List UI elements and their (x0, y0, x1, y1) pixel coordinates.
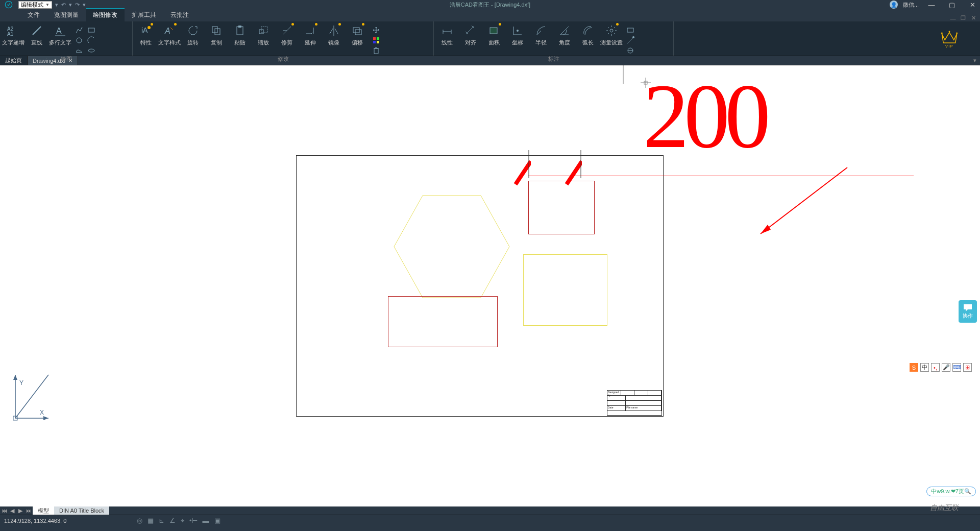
svg-point-28 (632, 36, 634, 38)
model-tab[interactable]: 模型 (33, 506, 54, 515)
collaboration-button[interactable]: 协作 (959, 300, 977, 323)
btn-dim-angle[interactable]: 角度 (554, 23, 575, 46)
dim-tool-2-icon[interactable] (625, 36, 636, 45)
btn-trim[interactable]: 修剪 (277, 23, 297, 46)
layout-prev-icon[interactable]: ◀ (8, 508, 16, 514)
qat-dropdown-icon[interactable]: ▾ (55, 2, 58, 8)
layout-first-icon[interactable]: ⏮ (0, 508, 8, 514)
btn-line[interactable]: 直线 (27, 23, 47, 46)
btn-mtext[interactable]: A 多行文字 (50, 23, 70, 46)
btn-text-increment[interactable]: A2A1 文字递增 (3, 23, 23, 46)
dim-tool-1-icon[interactable] (625, 26, 636, 35)
delete-icon[interactable] (371, 46, 382, 55)
move-icon[interactable] (371, 26, 382, 35)
btn-dim-aligned[interactable]: 对齐 (460, 23, 481, 46)
sb-track-icon[interactable]: •⊢ (189, 517, 198, 525)
app-logo-icon[interactable] (0, 0, 17, 9)
ime-lang[interactable]: 中 (920, 363, 929, 372)
sb-osnap-icon[interactable]: ⌖ (181, 517, 184, 525)
ime-keyboard-icon[interactable]: ⌨ (952, 363, 961, 372)
draw-small-tools (74, 23, 97, 55)
svg-line-37 (761, 167, 847, 234)
ime-grid-icon[interactable]: ⊞ (963, 363, 972, 372)
btn-offset[interactable]: 偏移 (347, 23, 368, 46)
sub-restore-icon[interactable]: ❐ (959, 15, 968, 21)
mode-select[interactable]: 编辑模式 (18, 1, 52, 9)
rect-icon[interactable] (86, 26, 97, 35)
layout-last-icon[interactable]: ⏭ (24, 508, 33, 514)
sb-polar-icon[interactable]: ∠ (169, 517, 176, 525)
svg-marker-47 (43, 416, 48, 420)
ime-toolbar: S 中 •, 🎤 ⌨ ⊞ (910, 363, 972, 372)
svg-rect-21 (377, 37, 379, 40)
btn-paste[interactable]: 粘贴 (230, 23, 250, 46)
vip-badge[interactable]: VIP (919, 21, 980, 56)
layout-next-icon[interactable]: ▶ (16, 508, 24, 514)
btn-mirror[interactable]: 镜像 (324, 23, 344, 46)
cloud-icon[interactable] (74, 46, 85, 55)
layout-tab-din-a0[interactable]: DIN A0 Title Block (54, 506, 109, 515)
btn-dim-linear[interactable]: 线性 (437, 23, 457, 46)
sb-lineweight-icon[interactable]: ▬ (203, 517, 209, 525)
title-block: Designed by DateFile name (607, 390, 662, 416)
sb-model-icon[interactable]: ▣ (214, 517, 220, 525)
qat-undo-icon[interactable]: ↶ (61, 2, 66, 8)
dim-radius-icon (534, 23, 548, 38)
btn-dim-arc[interactable]: 弧长 (578, 23, 598, 46)
sb-ortho-icon[interactable]: ⊾ (159, 517, 164, 525)
close-button[interactable]: ✕ (965, 0, 980, 9)
btn-properties[interactable]: iA 特性 (136, 23, 156, 46)
sub-minimize-icon[interactable]: — (948, 15, 958, 21)
sb-grid-icon[interactable]: ▦ (148, 517, 154, 525)
group-label-dimension: 标注 (434, 55, 673, 64)
ime-logo[interactable]: S (910, 363, 918, 372)
color-icon[interactable] (371, 36, 382, 45)
svg-marker-38 (761, 225, 771, 234)
svg-rect-24 (490, 28, 497, 34)
menu-tab-view-measure[interactable]: 览图测量 (47, 9, 86, 21)
maximize-button[interactable]: ▢ (944, 0, 960, 9)
btn-extend[interactable]: 延伸 (300, 23, 321, 46)
dim-tool-3-icon[interactable] (625, 46, 636, 55)
minimize-button[interactable]: — (924, 0, 939, 9)
menu-tab-extensions[interactable]: 扩展工具 (125, 9, 163, 21)
share-wechat[interactable]: 微信... (903, 1, 919, 9)
btn-dim-radius[interactable]: 半径 (531, 23, 551, 46)
ime-punct[interactable]: •, (931, 363, 940, 372)
btn-text-style[interactable]: A 文字样式 (159, 23, 180, 46)
btn-dim-area[interactable]: 面积 (484, 23, 504, 46)
menu-tab-cloud-annotate[interactable]: 云批注 (163, 9, 196, 21)
menu-tab-file[interactable]: 文件 (20, 9, 47, 21)
copy-icon (209, 23, 224, 38)
menu-tab-draw-modify[interactable]: 绘图修改 (86, 8, 125, 21)
qat-redo-icon[interactable]: ↷ (75, 2, 80, 8)
qat-undo-drop-icon[interactable]: ▾ (69, 2, 72, 8)
btn-copy[interactable]: 复制 (206, 23, 227, 46)
menu-bar: 文件 览图测量 绘图修改 扩展工具 云批注 — ❐ ✕ (0, 9, 980, 21)
arc-icon[interactable] (86, 36, 97, 45)
ime-voice-icon[interactable]: 🎤 (942, 363, 950, 372)
text-increment-icon: A2A1 (6, 23, 20, 38)
btn-rotate[interactable]: 旋转 (183, 23, 203, 46)
doctabs-dropdown-icon[interactable]: ▾ (970, 57, 980, 64)
btn-dim-ordinate[interactable]: 坐标 (507, 23, 528, 46)
sub-close-icon[interactable]: ✕ (969, 15, 978, 21)
ellipse-icon[interactable] (86, 46, 97, 55)
dim-area-icon (487, 23, 501, 38)
quick-access-toolbar: ▾ ↶ ▾ ↷ ▾ (55, 2, 86, 8)
btn-scale[interactable]: 缩放 (253, 23, 274, 46)
svg-rect-6 (88, 28, 94, 32)
drawing-canvas[interactable]: Designed by DateFile name 200 Y X (0, 65, 980, 506)
ribbon: A2A1 文字递增 直线 A 多行文字 绘图 (0, 21, 980, 56)
dim-aligned-icon (463, 23, 478, 38)
svg-point-30 (941, 32, 943, 34)
polyline-icon[interactable] (74, 26, 85, 35)
btn-measure-settings[interactable]: 测量设置 (601, 23, 622, 46)
svg-text:iA: iA (141, 26, 148, 34)
sb-snap-icon[interactable]: ◎ (137, 517, 142, 525)
qat-redo-drop-icon[interactable]: ▾ (83, 2, 86, 8)
circle-icon[interactable] (74, 36, 85, 45)
red-rect-small (528, 181, 595, 234)
svg-marker-34 (394, 196, 509, 298)
user-avatar-icon[interactable]: 👤 (890, 1, 898, 9)
